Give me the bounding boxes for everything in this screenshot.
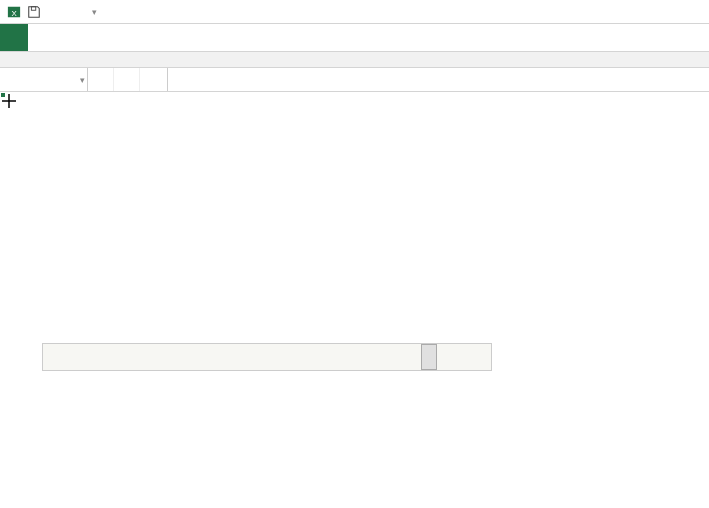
redo-icon[interactable] <box>66 4 82 20</box>
selection-border <box>0 92 4 96</box>
tab-home[interactable] <box>28 24 56 51</box>
tab-page-layout[interactable] <box>84 24 112 51</box>
tab-view[interactable] <box>196 24 224 51</box>
formula-controls <box>88 68 168 91</box>
tab-data[interactable] <box>140 24 168 51</box>
fx-icon[interactable] <box>140 68 168 91</box>
name-box[interactable]: ▾ <box>0 68 88 91</box>
name-box-dropdown-icon[interactable]: ▾ <box>80 75 85 85</box>
tab-file[interactable] <box>0 24 28 51</box>
scroll-thumb[interactable] <box>421 344 437 370</box>
svg-rect-2 <box>31 6 35 10</box>
excel-icon: X <box>6 4 22 20</box>
svg-text:X: X <box>11 8 17 17</box>
cancel-icon[interactable] <box>88 68 114 91</box>
name-box-input[interactable] <box>6 73 81 87</box>
tab-developer[interactable] <box>224 24 252 51</box>
selection-handle[interactable] <box>0 92 6 98</box>
fill-cursor-icon <box>0 92 18 110</box>
horizontal-scrollbar[interactable] <box>42 343 492 371</box>
qat-dropdown-icon[interactable]: ▾ <box>86 4 102 20</box>
enter-icon[interactable] <box>114 68 140 91</box>
undo-icon[interactable] <box>46 4 62 20</box>
tab-review[interactable] <box>168 24 196 51</box>
ribbon-tabs <box>0 24 709 52</box>
quick-access-toolbar: X ▾ <box>0 4 108 20</box>
tab-insert[interactable] <box>56 24 84 51</box>
save-icon[interactable] <box>26 4 42 20</box>
tab-formulas[interactable] <box>112 24 140 51</box>
formula-input[interactable] <box>168 68 709 91</box>
ribbon-collapsed-area <box>0 52 709 68</box>
title-bar: X ▾ <box>0 0 709 24</box>
formula-bar: ▾ <box>0 68 709 92</box>
